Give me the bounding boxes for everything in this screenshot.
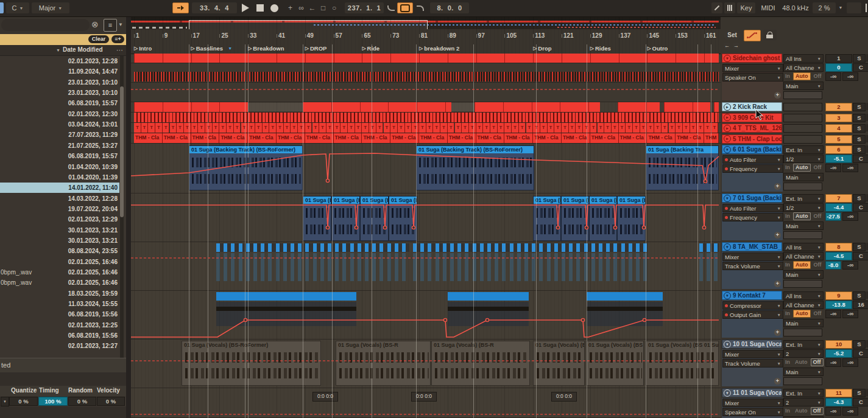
track-text-box[interactable] [783,91,822,99]
midi-clip[interactable]: T [355,123,362,133]
midi-clip[interactable]: T [419,123,426,133]
midi-clip[interactable]: T [569,123,576,133]
track-name-10[interactable]: ▾10 01 Suga (Vocal [722,340,782,349]
volume-value[interactable]: -5.1 [825,155,852,163]
audio-clip[interactable]: 01 Suga (Vocals) (BS-RoFormer) [182,341,321,386]
send-value[interactable]: -∞ [825,72,841,81]
audio-clip[interactable]: THM - Cla [504,133,533,143]
audio-clip[interactable]: THM - Cla [647,133,676,143]
collapse-track-icon[interactable]: ▾ [724,389,731,397]
midi-clip[interactable] [699,243,719,252]
monitor-switch[interactable]: InAutoOff [783,212,824,220]
audio-clip[interactable]: THM - Cla [305,133,334,143]
play-button[interactable] [242,4,249,12]
input-type-select[interactable]: Ext. In▼ [783,389,824,397]
scale-select[interactable]: Major▼ [32,2,69,13]
audio-clip[interactable]: 01 Suga (Backing Tra [646,145,719,190]
monitor-switch[interactable]: InAutoOff [783,261,824,269]
track-name-1[interactable]: ▾Sidechain ghost k [722,54,782,63]
automation-param-select[interactable]: Speaker On▼ [722,408,783,416]
groove-value-box[interactable]: 100 % [38,397,68,406]
audio-clip[interactable] [475,102,600,112]
collapse-track-icon[interactable]: ▾ [724,146,731,153]
monitor-option-off[interactable]: Off [812,262,824,268]
collapse-track-icon[interactable]: ▾ [724,243,731,251]
midi-clip[interactable]: T [690,123,697,133]
audio-clip[interactable]: THM - Cla [448,133,476,143]
midi-clip[interactable]: T [548,123,555,133]
solo-button[interactable]: S [853,389,866,397]
automation-param-select[interactable]: Compressor▼ [722,301,783,310]
audio-clip[interactable]: 01 Suga (B [303,196,331,241]
groove-value-box[interactable]: 0 % [68,397,96,406]
send-value[interactable]: -27.5 [825,212,841,221]
computer-midi-keyboard-button[interactable] [724,2,735,13]
collapse-track-icon[interactable]: ▾ [724,55,731,62]
input-channel-select[interactable]: All Channe▼ [783,63,824,72]
monitor-switch[interactable]: InAutoOff [783,164,824,172]
loop-button[interactable] [397,2,413,13]
midi-clip[interactable]: T [248,123,255,133]
track-name-4[interactable]: ▸4 T_TTS_ML_126 [722,124,782,133]
audio-clip[interactable]: THM - Cla [704,133,719,143]
midi-clip[interactable]: T [469,123,476,133]
input-channel-select[interactable]: All Channe▼ [783,301,824,309]
audio-clip[interactable]: THM - Cla [619,133,647,143]
midi-clip[interactable]: T [426,123,434,133]
automation-param-select[interactable]: Mixer▼ [722,350,783,358]
monitor-switch[interactable]: InAutoOff [783,407,824,415]
track-activator[interactable]: 7 [825,194,852,203]
input-type-select[interactable]: All Ins▼ [783,291,824,300]
send-value[interactable]: -∞ [825,164,841,172]
monitor-option-in[interactable]: In [783,310,792,317]
output-type-select[interactable]: Main▼ [783,173,824,181]
pan-value[interactable]: C [853,63,868,72]
output-type-select[interactable]: Main▼ [783,82,824,90]
expand-track-icon[interactable]: ▸ [724,135,731,142]
audio-clip[interactable] [134,54,719,63]
solo-button[interactable]: S [853,54,866,63]
monitor-option-auto[interactable]: Auto [793,164,811,172]
audio-clip[interactable]: 01 Suga (Vocals) (BS-R [431,341,530,386]
audio-clip[interactable]: 0:0 0:0 [551,392,577,402]
audio-clip[interactable]: 01 Suga (Backing Track) (BS-RoFormer) [416,145,534,190]
volume-value[interactable]: -4.3 [825,398,852,406]
midi-clip[interactable]: T [141,123,149,133]
audio-clip[interactable]: THM - Cla [562,133,590,143]
automation-param-select[interactable]: Frequency▼ [722,213,783,221]
input-channel-select[interactable]: 2▼ [783,398,824,406]
automation-param-select[interactable]: Track Volume▼ [722,359,783,367]
midi-clip[interactable]: T [334,123,341,133]
midi-clip[interactable]: T [711,123,719,133]
audio-clip[interactable]: 0:0 0:0 [411,392,437,402]
draw-mode-button[interactable] [711,2,722,13]
midi-clip[interactable]: T [433,123,440,133]
midi-clip[interactable]: T [319,123,326,133]
track-io-box[interactable] [783,103,822,111]
track-activator[interactable]: 10 [825,340,852,349]
midi-clip[interactable]: T [227,123,234,133]
midi-clip[interactable]: T [533,123,540,133]
audio-clip[interactable]: THM - Cla [533,133,562,143]
monitor-option-off[interactable]: Off [811,407,824,415]
audio-clip[interactable]: 01 Suga (B [389,196,417,241]
solo-button[interactable]: S [853,194,866,203]
automation-param-select[interactable]: Mixer▼ [722,253,783,261]
track-name-6[interactable]: ▾6 01 Suga (Backin [722,145,782,154]
audio-clip[interactable] [303,102,451,112]
input-channel-select[interactable]: 1/2▼ [783,203,824,212]
key-select[interactable]: C▼ [6,2,29,13]
draw-grid-icon[interactable]: □ [318,2,328,13]
midi-clip[interactable]: T [683,123,690,133]
pan-value[interactable]: C [853,203,868,212]
send-value[interactable]: -∞ [842,164,858,172]
monitor-option-off[interactable]: Off [812,310,824,317]
send-value[interactable]: -∞ [842,72,858,81]
midi-clip[interactable]: T [312,123,320,133]
add-automation-lane-button[interactable]: + [774,92,781,99]
midi-clip[interactable]: T [462,123,469,133]
track-io-box[interactable] [783,135,822,144]
midi-clip[interactable]: T [540,123,548,133]
solo-button[interactable]: S [853,124,866,133]
midi-clip[interactable]: T [390,123,398,133]
